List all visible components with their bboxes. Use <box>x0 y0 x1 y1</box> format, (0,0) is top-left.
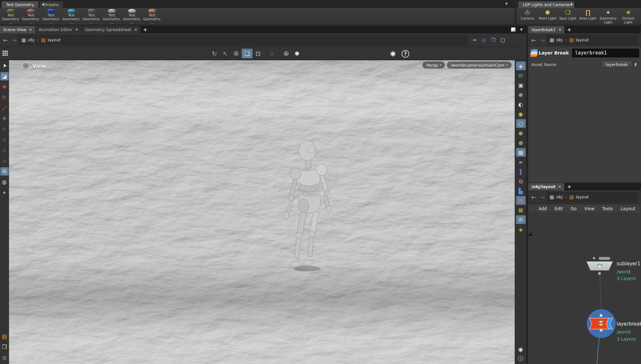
close-tab-icon[interactable]: × <box>29 28 32 32</box>
stowbar-grid-icon[interactable] <box>2 50 8 56</box>
shelf-tool-geometry-light[interactable]: ✦ Geometry Light <box>598 8 618 25</box>
menu-add[interactable]: Add <box>535 206 551 211</box>
viewport-layout-icon[interactable]: ✱ <box>292 49 303 58</box>
menu-go[interactable]: Go <box>567 206 580 211</box>
hq-shadows-icon[interactable]: ⊛ <box>516 138 526 147</box>
nav-back-icon[interactable]: ← <box>529 37 538 44</box>
menu-labs[interactable]: Labs <box>639 206 641 211</box>
node-input-dot[interactable] <box>600 314 603 317</box>
shelf-tool-testgeometry-8[interactable]: Test Geometry: ... <box>142 8 162 25</box>
lock-display-icon[interactable]: ▣ <box>516 81 526 89</box>
stereo-glasses-icon[interactable]: ∞ <box>516 158 526 166</box>
node-output-dot[interactable] <box>600 329 603 332</box>
view-camera-icon[interactable]: ✇ <box>0 167 9 176</box>
breadcrumb-obj[interactable]: ▦ obj <box>550 37 562 43</box>
flipbook-icon[interactable]: ✇ <box>281 49 292 58</box>
menu-edit[interactable]: Edit <box>551 206 567 211</box>
select-objects-icon[interactable]: ↖ <box>220 49 231 58</box>
toolbar-spacer[interactable] <box>516 235 526 344</box>
asset-name-stepper[interactable]: ▲ ▼ <box>633 62 638 67</box>
shelf-tool-testgeometry-1[interactable]: Test Geometry: ... <box>1 8 21 25</box>
tab-animation-editor[interactable]: Animation Editor × <box>36 26 82 33</box>
shelf-tool-testgeometry-7[interactable]: Test Geometry: ... <box>122 8 142 25</box>
asset-name-dropdown[interactable]: layerbreak <box>601 61 632 68</box>
toolbar-divider[interactable] <box>278 50 281 57</box>
display-materials-icon[interactable]: ▩ <box>516 148 526 157</box>
nav-back-icon[interactable]: ← <box>1 37 10 44</box>
snapping-disabled-icon[interactable]: ⊘ <box>267 49 278 58</box>
visualizer-icon[interactable]: ◉ <box>516 110 526 118</box>
scene-viewport[interactable]: ✇ View Persp ▾ /world/cameras/mainCam ▾ <box>9 60 515 364</box>
rotate-tool-icon[interactable]: ↻ <box>0 93 9 102</box>
close-tab-icon[interactable]: × <box>558 185 561 189</box>
camera-path-menu[interactable]: /world/cameras/mainCam ▾ <box>447 62 512 69</box>
mannequin-figure[interactable] <box>269 138 346 279</box>
link-group-icon[interactable]: ◎ <box>479 37 488 43</box>
hq-lighting-icon[interactable]: ⊕ <box>516 129 526 137</box>
frame-view-icon[interactable]: ⊡ <box>253 49 263 58</box>
breadcrumb-layout[interactable]: ▤ layout <box>41 37 61 43</box>
shelf-tab-test-geometry[interactable]: Test Geometry <box>1 1 39 8</box>
secure-selection-icon[interactable]: ◪ <box>0 72 9 80</box>
nav-forward-icon[interactable]: → <box>10 37 19 44</box>
snap-grid-icon[interactable]: ∩ <box>0 125 9 133</box>
nav-forward-icon[interactable]: → <box>538 194 547 201</box>
tab-scene-view[interactable]: Scene View × <box>0 26 36 33</box>
toolbar-divider[interactable] <box>263 50 267 57</box>
handles-tool-icon[interactable]: ✛ <box>0 114 9 123</box>
node-sublayer1[interactable] <box>587 261 613 270</box>
close-tab-icon[interactable]: × <box>558 28 561 32</box>
shelf-tool-spot-light[interactable]: ❍ Spot Light <box>558 8 578 25</box>
node-layerbreak1[interactable] <box>589 318 613 329</box>
menu-view[interactable]: View <box>580 206 598 211</box>
shelf-toggle-icon[interactable]: ▤ <box>0 332 9 341</box>
close-tab-icon[interactable]: × <box>75 28 78 32</box>
shelf-tool-testgeometry-5[interactable]: Test Geometry: ... <box>81 8 102 25</box>
snap-point-icon[interactable]: ∩ <box>0 146 9 154</box>
display-options-gear-icon[interactable]: ✱ <box>387 49 398 59</box>
pin-pane-icon[interactable]: ⇥ <box>470 37 478 43</box>
breadcrumb-layout[interactable]: ▤ layout <box>569 194 589 200</box>
node-badge[interactable] <box>599 257 610 260</box>
maximize-pane-icon[interactable] <box>511 27 516 32</box>
reference-plane-icon[interactable]: ◈ <box>516 62 526 70</box>
node-output-dot[interactable] <box>598 272 601 275</box>
help-icon[interactable]: ? <box>402 50 409 58</box>
normal-lighting-icon[interactable]: ○ <box>516 119 526 128</box>
snapshot-gallery-icon[interactable]: ⧉ <box>516 177 526 186</box>
shelf-tab-lop-lights-cameras[interactable]: LOP Lights and Cameras <box>518 1 575 8</box>
floating-panel-icon[interactable]: ▢ <box>499 37 507 43</box>
gamma-correction-icon[interactable]: ◈ <box>516 225 526 234</box>
info-icon[interactable]: ⓘ <box>516 354 526 363</box>
scale-tool-icon[interactable]: ⤢ <box>0 104 9 112</box>
move-tool-icon[interactable]: ✥ <box>0 83 9 91</box>
menu-tools[interactable]: Tools <box>598 206 617 211</box>
camera-handles-icon[interactable]: ✇ <box>516 215 526 224</box>
close-tab-icon[interactable]: × <box>134 28 137 32</box>
tab-layerbreak1[interactable]: layerbreak1 × <box>528 26 565 33</box>
add-pane-tab-button[interactable]: + <box>565 26 574 33</box>
hide-other-objects-icon[interactable]: ⊠ <box>516 206 526 214</box>
shelf-tool-camera[interactable]: ✇ Camera <box>517 8 537 25</box>
shelf-add-tab-button[interactable]: + <box>39 1 47 8</box>
shelf-tool-point-light[interactable]: ✺ Point Light <box>537 8 558 25</box>
snap-multi-icon[interactable]: ∩ <box>0 157 9 165</box>
shelf-tool-testgeometry-6[interactable]: Test Geometry: ... <box>102 8 122 25</box>
add-pane-tab-button[interactable]: + <box>141 26 150 33</box>
layer-break-node-icon[interactable] <box>530 49 536 57</box>
breadcrumb-obj[interactable]: ▦ obj <box>21 37 34 43</box>
network-editor[interactable]: sublayer1 /world 3 Layers layerbreak1 /w… <box>528 213 641 364</box>
tab-obj-layout[interactable]: /obj/layout × <box>528 183 565 190</box>
view-tool-icon[interactable]: ↻ <box>209 49 220 58</box>
breadcrumb-obj[interactable]: ▦ obj <box>550 194 562 200</box>
node-name-input[interactable] <box>572 49 639 57</box>
shelf-tool-testgeometry-4[interactable]: Test Geometry: ... <box>61 8 81 25</box>
snapshot-icon[interactable]: ▦ <box>0 353 9 362</box>
no-lights-icon[interactable]: ⊗ <box>516 90 526 99</box>
visibility-eye-icon[interactable]: ◉ <box>516 345 526 353</box>
nav-forward-icon[interactable]: → <box>538 37 547 44</box>
background-image-icon[interactable]: ▙ <box>516 186 526 195</box>
projection-menu[interactable]: Persp ▾ <box>422 62 445 69</box>
node-flag-dot[interactable] <box>593 257 595 259</box>
shelf-dropdown-icon[interactable]: ▼ <box>505 2 508 5</box>
